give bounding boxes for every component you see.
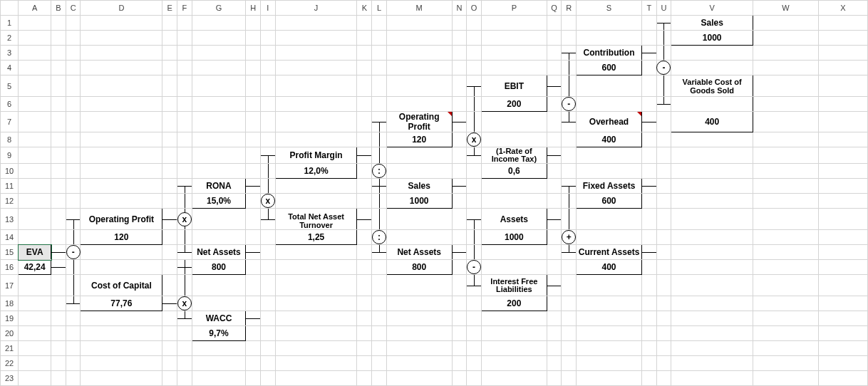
col-header[interactable]: U: [656, 1, 671, 16]
cell[interactable]: [547, 371, 562, 386]
cell[interactable]: [246, 147, 261, 164]
row-header[interactable]: 17: [1, 275, 19, 296]
cell[interactable]: [577, 356, 642, 371]
cell[interactable]: [671, 132, 753, 147]
cell[interactable]: [162, 97, 177, 112]
cell[interactable]: [547, 31, 562, 46]
cell[interactable]: [641, 245, 656, 260]
cell[interactable]: [162, 164, 177, 179]
cell[interactable]: [547, 46, 562, 61]
cell[interactable]: [275, 179, 357, 194]
cell[interactable]: [656, 356, 671, 371]
cell[interactable]: [246, 164, 261, 179]
cell[interactable]: [481, 132, 547, 147]
cell[interactable]: [261, 341, 276, 356]
cell[interactable]: [261, 46, 276, 61]
col-header[interactable]: P: [481, 1, 547, 16]
cell[interactable]: [641, 179, 656, 194]
cell[interactable]: [452, 75, 467, 97]
cell[interactable]: [357, 209, 372, 230]
cell[interactable]: [275, 97, 357, 112]
row-header[interactable]: 12: [1, 194, 19, 209]
cell[interactable]: [192, 97, 246, 112]
cell[interactable]: [275, 341, 357, 356]
cell[interactable]: [261, 164, 276, 179]
cell[interactable]: [19, 341, 51, 356]
cell[interactable]: [261, 275, 276, 296]
wacc[interactable]: WACC: [192, 311, 246, 326]
cell[interactable]: [162, 46, 177, 61]
cell[interactable]: [261, 326, 276, 341]
cell[interactable]: [81, 245, 162, 260]
cell[interactable]: [357, 371, 372, 386]
cell[interactable]: [261, 61, 276, 75]
cell[interactable]: [562, 275, 577, 296]
cell[interactable]: [177, 61, 192, 75]
cell[interactable]: [641, 341, 656, 356]
cell[interactable]: [66, 341, 81, 356]
cell[interactable]: [66, 164, 81, 179]
cell[interactable]: [261, 260, 276, 275]
cell[interactable]: [19, 326, 51, 341]
cell[interactable]: [19, 132, 51, 147]
col-header[interactable]: I: [261, 1, 276, 16]
cell[interactable]: [66, 179, 81, 194]
col-header[interactable]: F: [177, 1, 192, 16]
cell[interactable]: 12,0%: [275, 164, 357, 179]
operating-profit[interactable]: Operating Profit: [81, 209, 162, 230]
cell[interactable]: [671, 97, 753, 112]
cell[interactable]: [177, 260, 192, 275]
cell[interactable]: [641, 147, 656, 164]
cell[interactable]: [467, 371, 482, 386]
cell[interactable]: [192, 75, 246, 97]
cell[interactable]: [818, 341, 867, 356]
cell[interactable]: [818, 179, 867, 194]
cell[interactable]: [357, 275, 372, 296]
col-header[interactable]: O: [467, 1, 482, 16]
cell[interactable]: [818, 132, 867, 147]
cell[interactable]: [386, 230, 452, 245]
cell[interactable]: [452, 371, 467, 386]
cell[interactable]: [467, 194, 482, 209]
cell[interactable]: [656, 31, 671, 46]
cell[interactable]: [481, 341, 547, 356]
cell[interactable]: [192, 147, 246, 164]
cell[interactable]: [641, 61, 656, 75]
cell[interactable]: [562, 61, 577, 75]
cell[interactable]: [177, 356, 192, 371]
cell[interactable]: [452, 311, 467, 326]
cell[interactable]: [386, 75, 452, 97]
cell[interactable]: [162, 132, 177, 147]
col-header[interactable]: D: [81, 1, 162, 16]
cell[interactable]: [372, 341, 387, 356]
cell[interactable]: [818, 147, 867, 164]
cell[interactable]: [81, 194, 162, 209]
cell[interactable]: [246, 260, 261, 275]
cell[interactable]: [246, 275, 261, 296]
cell[interactable]: [177, 245, 192, 260]
cell[interactable]: [753, 46, 819, 61]
cell[interactable]: [452, 356, 467, 371]
cell[interactable]: [372, 179, 387, 194]
cell[interactable]: [386, 326, 452, 341]
cell[interactable]: [162, 31, 177, 46]
col-header[interactable]: L: [372, 1, 387, 16]
cell[interactable]: [547, 75, 562, 97]
cell[interactable]: [246, 31, 261, 46]
cell[interactable]: [261, 132, 276, 147]
cell[interactable]: 400: [577, 132, 642, 147]
cell[interactable]: [481, 46, 547, 61]
cell[interactable]: [19, 194, 51, 209]
col-header[interactable]: R: [562, 1, 577, 16]
cell[interactable]: [562, 31, 577, 46]
cell[interactable]: [641, 31, 656, 46]
cell[interactable]: [81, 132, 162, 147]
cell[interactable]: [562, 179, 577, 194]
cell[interactable]: [357, 112, 372, 132]
cell[interactable]: 200: [481, 296, 547, 311]
cell[interactable]: [562, 341, 577, 356]
cell[interactable]: [753, 245, 819, 260]
cell[interactable]: [261, 112, 276, 132]
row-header[interactable]: 11: [1, 179, 19, 194]
cell[interactable]: [51, 75, 66, 97]
